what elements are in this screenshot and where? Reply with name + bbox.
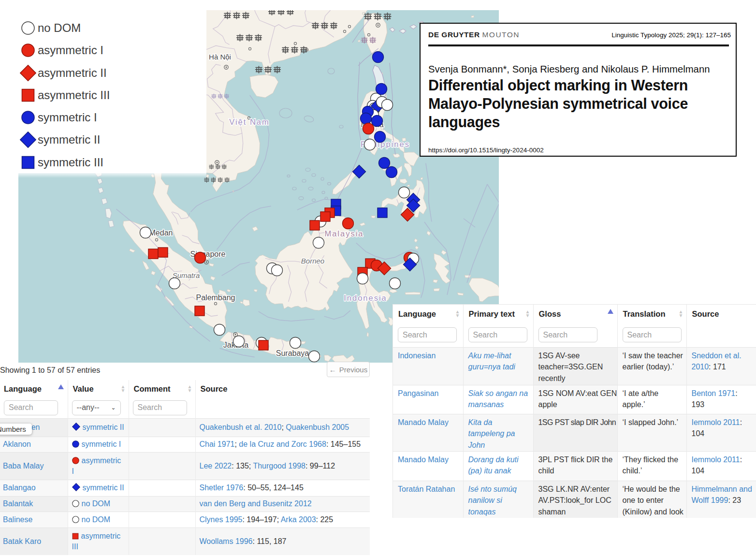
svg-text:Hà Nội: Hà Nội xyxy=(209,53,231,61)
svg-text:Việt Nam: Việt Nam xyxy=(229,117,270,126)
svg-text:Borneo: Borneo xyxy=(301,257,324,265)
svg-text:Medan: Medan xyxy=(149,229,173,237)
svg-text:Surabaya: Surabaya xyxy=(276,349,309,357)
svg-text:Palembang: Palembang xyxy=(196,293,235,302)
svg-text:Malaysia: Malaysia xyxy=(324,229,363,238)
svg-text:Indonesia: Indonesia xyxy=(344,293,387,302)
